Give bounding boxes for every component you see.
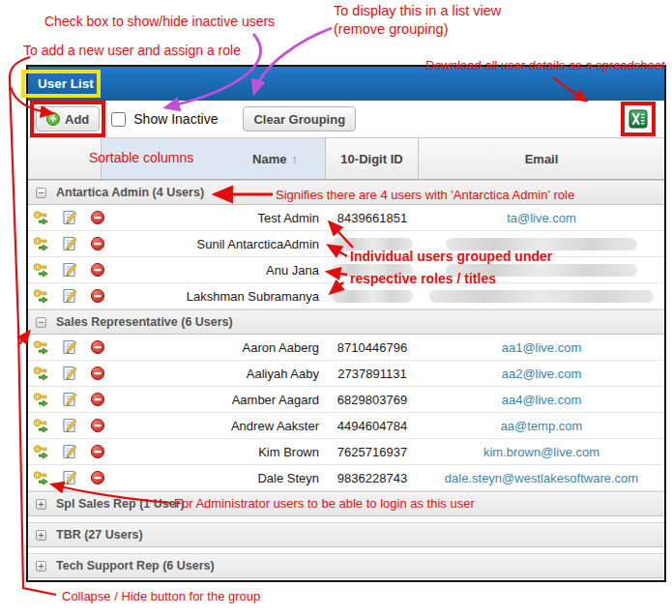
row-actions [28,231,102,256]
user-name: Aamber Aagard [102,387,326,412]
row-actions [28,205,102,230]
user-row: Aaliyah Aaby 2737891131 aa2@live.com [28,361,664,387]
user-email[interactable]: aa@temp.com [419,413,664,438]
annotation-sortable-note: Sortable columns [89,149,193,166]
edit-user-icon[interactable] [62,262,77,278]
redacted-smudge [429,290,654,303]
annotation-list-view-line2: (remove grouping) [334,20,501,39]
group-row[interactable]: − Sales Representative (6 Users) [28,309,664,335]
row-actions [28,465,102,490]
annotation-grouping-line2: respective roles / titles [350,270,552,287]
login-as-user-key-icon[interactable] [33,444,49,459]
user-email[interactable]: aa2@live.com [419,361,664,386]
edit-user-icon[interactable] [62,392,77,407]
header-name-label: Name [252,152,286,166]
login-as-user-key-icon[interactable] [33,339,49,355]
header-cell-id[interactable]: 10-Digit ID [326,138,419,179]
user-email[interactable]: aa1@live.com [419,335,664,360]
group-row[interactable]: + TBR (27 Users) [28,522,664,547]
edit-user-icon[interactable] [62,236,77,251]
row-actions [28,387,102,412]
excel-icon [628,109,648,129]
user-row: Test Admin 8439661851 ta@live.com [28,205,664,231]
clear-grouping-button[interactable]: Clear Grouping [243,106,356,132]
user-email[interactable]: kim.brown@live.com [419,439,664,464]
user-row: Lakshman Subramanya [28,283,664,309]
login-as-user-key-icon[interactable] [33,236,49,251]
toolbar: + Add Show Inactive Clear Grouping [28,101,664,137]
group-row[interactable]: + Tech Support Rep (6 Users) [28,553,664,578]
excel-export-button[interactable] [628,109,648,129]
annotation-add-note: To add a new user and assign a role [23,42,241,59]
annotation-collapse-note: Collapse / Hide button for the group [62,589,260,605]
row-actions [28,335,102,360]
add-button[interactable]: + Add [36,106,100,132]
group-label: Sales Representative (6 Users) [56,315,233,329]
group-label: Spl Sales Rep (1 User) [56,497,185,511]
login-as-user-key-icon[interactable] [33,392,49,407]
row-actions [28,439,102,464]
row-actions [28,413,102,438]
header-cell-email[interactable]: Email [419,138,664,179]
user-row: Anu Jana [28,257,664,283]
user-name: Andrew Aakster [102,413,326,438]
user-id: 2737891131 [326,361,419,386]
login-as-user-key-icon[interactable] [33,288,49,304]
login-as-user-key-icon[interactable] [33,418,49,433]
group-toggle-icon[interactable]: + [36,499,46,510]
show-inactive-label: Show Inactive [133,111,218,127]
login-as-user-key-icon[interactable] [33,366,49,381]
row-actions [28,283,102,308]
row-actions [28,361,102,386]
user-name: Anu Jana [102,257,326,282]
user-row: Sunil AntarcticaAdmin [28,231,664,257]
annotation-download-note: Download all user details as a spreadshe… [425,58,665,74]
group-toggle-icon[interactable]: + [36,530,46,541]
group-label: TBR (27 Users) [56,528,143,542]
edit-user-icon[interactable] [62,418,77,433]
login-as-user-key-icon[interactable] [33,210,49,225]
user-name: Test Admin [102,205,326,230]
user-id: 6829803769 [326,387,419,412]
add-button-label: Add [65,112,89,127]
annotation-group-count-note: Signifies there are 4 users with 'Antarc… [276,188,574,204]
user-name: Aaliyah Aaby [102,361,326,386]
group-toggle-icon[interactable]: − [36,317,46,328]
user-row: Dale Steyn 9836228743 dale.steyn@westlak… [28,465,664,491]
annotation-login-as-note: For Administrator users to be able to lo… [174,496,475,513]
login-as-user-key-icon[interactable] [33,262,49,278]
add-plus-icon: + [46,112,60,126]
show-inactive-checkbox[interactable] [111,112,126,127]
annotation-show-inactive-note: Check box to show/hide inactive users [44,13,275,30]
user-email[interactable]: aa4@live.com [419,387,664,412]
panel-title: User List [28,76,94,91]
annotation-list-view-line1: To display this in a list view [334,2,501,20]
user-email[interactable]: ta@live.com [419,205,664,230]
group-toggle-icon[interactable]: + [36,561,46,572]
user-email[interactable]: dale.steyn@westlakesoftware.com [419,465,664,490]
edit-user-icon[interactable] [62,288,77,304]
login-as-user-key-icon[interactable] [33,470,49,485]
user-id: 9836228743 [326,465,419,490]
user-name: Dale Steyn [102,465,326,490]
annotation-list-view-note: To display this in a list view (remove g… [334,2,501,39]
user-name: Aaron Aaberg [102,335,326,360]
user-row: Andrew Aakster 4494604784 aa@temp.com [28,413,664,439]
user-name: Kim Brown [102,439,326,464]
edit-user-icon[interactable] [62,210,77,225]
edit-user-icon[interactable] [62,339,77,355]
user-row: Kim Brown 7625716937 kim.brown@live.com [28,439,664,465]
user-id: 4494604784 [326,413,419,438]
group-label: Antartica Admin (4 Users) [56,186,204,199]
user-id: 7625716937 [326,439,419,464]
user-id: 8439661851 [326,205,419,230]
grid-body: − Antartica Admin (4 Users) [28,180,664,578]
sort-ascending-icon: ↑ [292,152,299,166]
edit-user-icon[interactable] [62,444,77,459]
row-actions [28,257,102,282]
edit-user-icon[interactable] [62,470,77,485]
user-name: Lakshman Subramanya [102,283,326,308]
user-id: 8710446796 [326,335,419,360]
edit-user-icon[interactable] [62,366,77,381]
group-toggle-icon[interactable]: − [36,188,46,198]
